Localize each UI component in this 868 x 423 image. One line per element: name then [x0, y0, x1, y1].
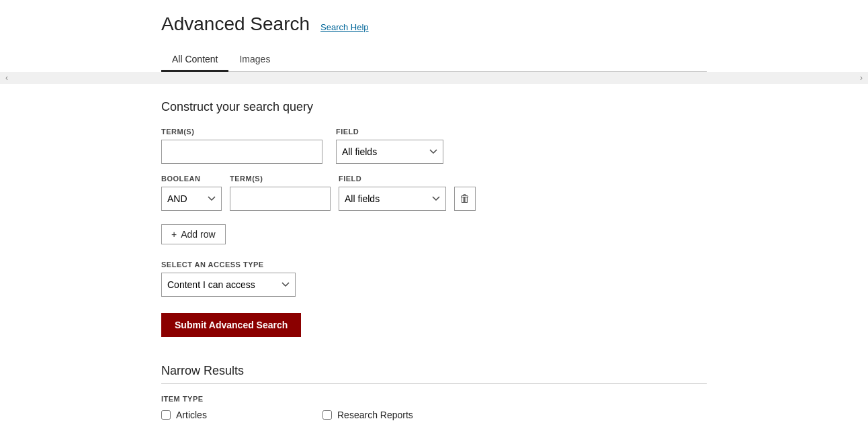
- terms-input-1[interactable]: [161, 140, 322, 164]
- narrow-results-section: Narrow Results ITEM TYPE Articles Resear…: [161, 364, 707, 423]
- search-row-1: TERM(S) FIELD All fields Title Abstract …: [161, 128, 707, 164]
- terms-input-2[interactable]: [230, 187, 331, 211]
- trash-icon: 🗑: [460, 193, 470, 205]
- terms-group-2: TERM(S): [230, 175, 331, 211]
- search-row-2: BOOLEAN AND OR NOT TERM(S) FIELD All fie…: [161, 175, 707, 211]
- checkbox-articles[interactable]: Articles: [161, 410, 296, 420]
- add-row-button[interactable]: + Add row: [161, 224, 226, 244]
- scroll-right-arrow[interactable]: ›: [857, 73, 865, 83]
- boolean-select[interactable]: AND OR NOT: [161, 187, 222, 211]
- boolean-label: BOOLEAN: [161, 175, 222, 183]
- tab-images[interactable]: Images: [228, 48, 281, 72]
- item-type-label: ITEM TYPE: [161, 395, 707, 403]
- access-type-select[interactable]: Content I can access All content Open ac…: [161, 273, 296, 297]
- access-type-section: SELECT AN ACCESS TYPE Content I can acce…: [161, 261, 707, 297]
- field-select-1[interactable]: All fields Title Abstract Author Keyword…: [336, 140, 443, 164]
- item-type-checkboxes: Articles Research Reports Reviews Miscel…: [161, 410, 707, 423]
- terms-label-1: TERM(S): [161, 128, 322, 136]
- narrow-divider: [161, 383, 707, 384]
- scroll-bar: ‹ ›: [0, 72, 868, 84]
- checkbox-research-reports-input[interactable]: [322, 410, 332, 420]
- scroll-left-arrow[interactable]: ‹: [3, 73, 11, 83]
- checkbox-research-reports-label: Research Reports: [337, 410, 413, 420]
- field-group-1: FIELD All fields Title Abstract Author K…: [336, 128, 443, 164]
- field-label-1: FIELD: [336, 128, 443, 136]
- tab-all-content[interactable]: All Content: [161, 48, 228, 72]
- construct-section-title: Construct your search query: [161, 100, 707, 114]
- field-group-2: FIELD All fields Title Abstract Author K…: [339, 175, 446, 211]
- terms-group-1: TERM(S): [161, 128, 322, 164]
- submit-advanced-search-button[interactable]: Submit Advanced Search: [161, 313, 301, 337]
- checkbox-articles-input[interactable]: [161, 410, 171, 420]
- plus-icon: +: [171, 229, 177, 240]
- page-title: Advanced Search: [161, 13, 310, 35]
- add-row-label: Add row: [181, 229, 215, 240]
- page-header: Advanced Search Search Help: [161, 13, 707, 35]
- terms-label-2: TERM(S): [230, 175, 331, 183]
- boolean-group: BOOLEAN AND OR NOT: [161, 175, 222, 211]
- field-label-2: FIELD: [339, 175, 446, 183]
- delete-row-button[interactable]: 🗑: [454, 187, 476, 211]
- tabs-container: All Content Images: [161, 48, 707, 72]
- narrow-results-title: Narrow Results: [161, 364, 707, 378]
- field-select-2[interactable]: All fields Title Abstract Author Keyword…: [339, 187, 446, 211]
- checkbox-research-reports[interactable]: Research Reports: [322, 410, 457, 420]
- search-help-link[interactable]: Search Help: [320, 22, 369, 32]
- checkbox-articles-label: Articles: [176, 410, 207, 420]
- access-type-label: SELECT AN ACCESS TYPE: [161, 261, 707, 269]
